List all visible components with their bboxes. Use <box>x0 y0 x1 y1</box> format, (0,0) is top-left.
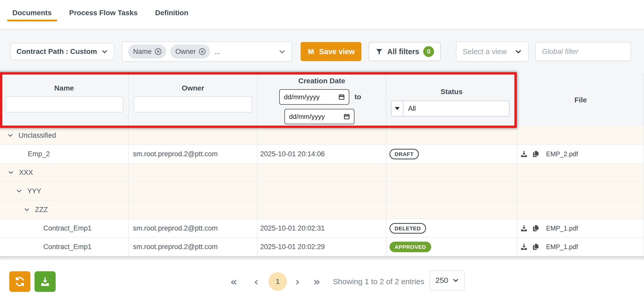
owner-filter-input[interactable] <box>134 96 252 112</box>
all-filters-button[interactable]: All filters 0 <box>369 42 441 61</box>
table-body: Unclassified Emp_2 sm.root.preprod.2@ptt… <box>0 126 644 256</box>
global-filter-input[interactable] <box>535 42 631 61</box>
group-name: XXX <box>19 169 33 177</box>
calendar-icon[interactable] <box>343 113 350 120</box>
creation-date-cell: 2025-10-01 20:14:06 <box>258 145 386 163</box>
select-view-dropdown[interactable]: Select a view <box>456 42 529 62</box>
status-filter-value: All <box>403 105 416 113</box>
copy-file-icon[interactable] <box>532 243 540 251</box>
footer: « ‹ 1 › » Showing 1 to 2 of 2 entries 25… <box>0 260 644 303</box>
date-to-placeholder: dd/mm/yyyy <box>289 113 325 121</box>
chevron-down-icon <box>101 48 108 55</box>
chevron-down-icon <box>515 48 522 55</box>
pagination-last-button[interactable]: » <box>313 271 320 292</box>
chevron-down-icon <box>452 277 459 284</box>
tab-documents[interactable]: Documents <box>10 0 54 29</box>
status-column-label: Status <box>386 88 517 96</box>
calendar-icon[interactable] <box>338 93 345 101</box>
group-name: Unclassified <box>19 132 56 140</box>
creation-date-cell: 2025-10-01 20:02:31 <box>258 219 386 237</box>
document-name: Emp_2 <box>28 150 50 158</box>
chip-label: Name <box>133 48 152 56</box>
view-controls-group: Select a view <box>456 42 631 62</box>
chevron-down-icon[interactable] <box>23 206 30 213</box>
remove-chip-icon[interactable] <box>154 48 162 55</box>
contract-path-label: Contract Path : Custom <box>16 47 97 56</box>
group-row[interactable]: ZZZ <box>0 201 644 219</box>
document-name: Contract_Emp1 <box>43 224 92 232</box>
creation-date-cell: 2025-10-01 20:02:29 <box>258 238 386 256</box>
active-filters-count-badge: 0 <box>423 46 434 57</box>
owner-column-label: Owner <box>129 84 257 92</box>
chips-overflow-ellipsis: ... <box>214 48 220 56</box>
name-column-label: Name <box>0 84 128 92</box>
entries-summary-text: Showing 1 to 2 of 2 entries <box>333 271 424 292</box>
chevron-down-icon[interactable] <box>7 132 14 139</box>
download-file-icon[interactable] <box>520 224 528 232</box>
save-view-label: Save view <box>319 47 355 56</box>
table-header: Name Owner Creation Date dd/mm/yyyy to d… <box>0 74 644 126</box>
caret-down-icon[interactable] <box>392 101 403 116</box>
document-name: Contract_Emp1 <box>43 243 92 251</box>
tab-definition[interactable]: Definition <box>153 0 190 29</box>
file-name: EMP_1.pdf <box>546 243 578 251</box>
column-header-creation-date: Creation Date dd/mm/yyyy to dd/mm/yyyy <box>258 74 386 126</box>
file-column-label: File <box>574 96 587 104</box>
creation-date-column-label: Creation Date <box>258 77 386 85</box>
status-badge: DELETED <box>389 223 426 234</box>
status-filter-select[interactable]: All <box>391 101 510 117</box>
copy-file-icon[interactable] <box>532 224 540 232</box>
download-icon <box>40 276 50 287</box>
group-row[interactable]: YYY <box>0 182 644 201</box>
owner-cell: sm.root.preprod.2@ptt.com <box>129 145 258 163</box>
document-row[interactable]: Contract_Emp1 sm.root.preprod.2@ptt.com … <box>0 219 644 238</box>
group-row[interactable]: XXX <box>0 163 644 182</box>
filter-bar: Contract Path : Custom Name Owner ... <box>0 29 644 74</box>
column-chip-owner[interactable]: Owner <box>170 45 210 59</box>
chevron-down-icon[interactable] <box>7 169 14 176</box>
status-badge: DRAFT <box>389 149 419 159</box>
pagination-next-button[interactable]: › <box>295 271 300 292</box>
refresh-button[interactable] <box>9 271 30 292</box>
column-header-owner: Owner <box>129 74 258 126</box>
save-icon <box>307 48 315 55</box>
owner-cell: sm.root.preprod.2@ptt.com <box>129 219 258 237</box>
page-size-value: 250 <box>435 276 448 285</box>
chevron-down-icon[interactable] <box>278 48 286 55</box>
pagination-first-button[interactable]: « <box>230 271 237 292</box>
chip-label: Owner <box>175 48 196 56</box>
copy-file-icon[interactable] <box>532 150 540 158</box>
name-filter-input[interactable] <box>5 96 123 112</box>
tab-process-flow-tasks[interactable]: Process Flow Tasks <box>67 0 140 29</box>
export-download-button[interactable] <box>35 271 56 292</box>
contract-path-dropdown[interactable]: Contract Path : Custom <box>10 43 114 60</box>
pagination-current-page[interactable]: 1 <box>268 272 287 291</box>
download-file-icon[interactable] <box>520 150 528 158</box>
group-name: ZZZ <box>35 206 48 214</box>
funnel-icon <box>375 48 383 55</box>
refresh-icon <box>14 276 25 287</box>
column-chip-name[interactable]: Name <box>128 45 166 59</box>
documents-page: Documents Process Flow Tasks Definition … <box>0 0 644 303</box>
page-size-select[interactable]: 250 <box>430 270 465 290</box>
status-badge: APPROVED <box>389 242 431 252</box>
document-row[interactable]: Contract_Emp1 sm.root.preprod.2@ptt.com … <box>0 238 644 256</box>
file-name: EMP_1.pdf <box>546 225 578 232</box>
group-name: YYY <box>27 187 41 195</box>
horizontal-scrollbar[interactable] <box>0 256 644 260</box>
column-header-status: Status All <box>386 74 517 126</box>
column-header-name: Name <box>0 74 129 126</box>
date-to-input[interactable]: dd/mm/yyyy <box>284 109 354 124</box>
tab-bar: Documents Process Flow Tasks Definition <box>0 0 644 29</box>
date-from-placeholder: dd/mm/yyyy <box>284 93 320 101</box>
group-row[interactable]: Unclassified <box>0 126 644 145</box>
chevron-down-icon[interactable] <box>15 187 23 195</box>
document-row[interactable]: Emp_2 sm.root.preprod.2@ptt.com 2025-10-… <box>0 145 644 163</box>
download-file-icon[interactable] <box>520 243 528 251</box>
date-from-input[interactable]: dd/mm/yyyy <box>279 89 349 105</box>
owner-cell: sm.root.preprod.2@ptt.com <box>129 238 258 256</box>
save-view-button[interactable]: Save view <box>301 42 362 61</box>
columns-multiselect[interactable]: Name Owner ... <box>122 42 292 62</box>
pagination-prev-button[interactable]: ‹ <box>254 271 258 292</box>
remove-chip-icon[interactable] <box>198 48 206 55</box>
